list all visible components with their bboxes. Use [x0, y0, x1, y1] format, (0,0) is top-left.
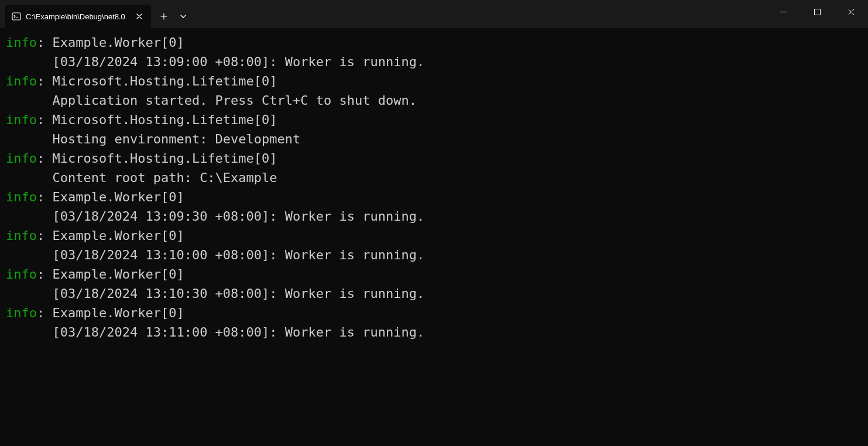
log-entry-message: [03/18/2024 13:11:00 +08:00]: Worker is … [6, 323, 862, 342]
terminal-output[interactable]: info: Example.Worker[0] [03/18/2024 13:0… [0, 28, 868, 446]
log-level: info [6, 190, 37, 204]
log-message: [03/18/2024 13:09:00 +08:00]: Worker is … [6, 54, 424, 69]
log-category: : Example.Worker[0] [37, 228, 184, 243]
terminal-icon [12, 12, 21, 21]
log-entry-header: info: Example.Worker[0] [6, 187, 862, 207]
log-entry-message: [03/18/2024 13:10:30 +08:00]: Worker is … [6, 284, 862, 303]
log-category: : Microsoft.Hosting.Lifetime[0] [37, 74, 277, 88]
log-entry-message: Content root path: C:\Example [6, 168, 862, 187]
log-level: info [6, 112, 37, 127]
log-entry-header: info: Example.Worker[0] [6, 303, 862, 323]
log-level: info [6, 267, 37, 282]
log-entry-message: [03/18/2024 13:09:30 +08:00]: Worker is … [6, 207, 862, 226]
log-level: info [6, 151, 37, 166]
log-entry-header: info: Example.Worker[0] [6, 226, 862, 245]
log-entry-header: info: Microsoft.Hosting.Lifetime[0] [6, 71, 862, 91]
log-category: : Example.Worker[0] [37, 190, 184, 204]
log-message: Application started. Press Ctrl+C to shu… [6, 93, 417, 108]
svg-rect-3 [814, 9, 820, 15]
log-message: [03/18/2024 13:10:00 +08:00]: Worker is … [6, 248, 424, 262]
log-entry-header: info: Microsoft.Hosting.Lifetime[0] [6, 110, 862, 129]
tab-dropdown-button[interactable] [174, 6, 192, 27]
log-level: info [6, 306, 37, 320]
log-message: [03/18/2024 13:11:00 +08:00]: Worker is … [6, 325, 424, 339]
new-tab-button[interactable] [153, 6, 174, 27]
log-level: info [6, 35, 37, 50]
svg-rect-0 [12, 13, 20, 20]
log-category: : Example.Worker[0] [37, 306, 184, 320]
titlebar: C:\Example\bin\Debug\net8.0 [0, 0, 868, 28]
log-entry-header: info: Microsoft.Hosting.Lifetime[0] [6, 149, 862, 168]
log-entry-message: [03/18/2024 13:09:00 +08:00]: Worker is … [6, 52, 862, 71]
maximize-button[interactable] [800, 0, 834, 23]
log-message: [03/18/2024 13:09:30 +08:00]: Worker is … [6, 209, 424, 224]
log-message: Content root path: C:\Example [6, 170, 277, 185]
log-entry-message: Application started. Press Ctrl+C to shu… [6, 91, 862, 110]
log-message: [03/18/2024 13:10:30 +08:00]: Worker is … [6, 286, 424, 301]
log-category: : Microsoft.Hosting.Lifetime[0] [37, 112, 277, 127]
tab-title: C:\Example\bin\Debug\net8.0 [26, 12, 129, 21]
window-controls [766, 0, 868, 23]
close-window-button[interactable] [834, 0, 868, 23]
log-category: : Example.Worker[0] [37, 35, 184, 50]
log-entry-message: Hosting environment: Development [6, 129, 862, 149]
log-entry-message: [03/18/2024 13:10:00 +08:00]: Worker is … [6, 245, 862, 265]
log-entry-header: info: Example.Worker[0] [6, 33, 862, 52]
log-message: Hosting environment: Development [6, 132, 300, 146]
log-level: info [6, 74, 37, 88]
log-entry-header: info: Example.Worker[0] [6, 265, 862, 284]
tabs-region: C:\Example\bin\Debug\net8.0 [0, 0, 192, 28]
log-level: info [6, 228, 37, 243]
log-category: : Example.Worker[0] [37, 267, 184, 282]
minimize-button[interactable] [766, 0, 800, 23]
log-category: : Microsoft.Hosting.Lifetime[0] [37, 151, 277, 166]
tab-close-button[interactable] [133, 11, 145, 22]
tab-active[interactable]: C:\Example\bin\Debug\net8.0 [5, 5, 151, 28]
